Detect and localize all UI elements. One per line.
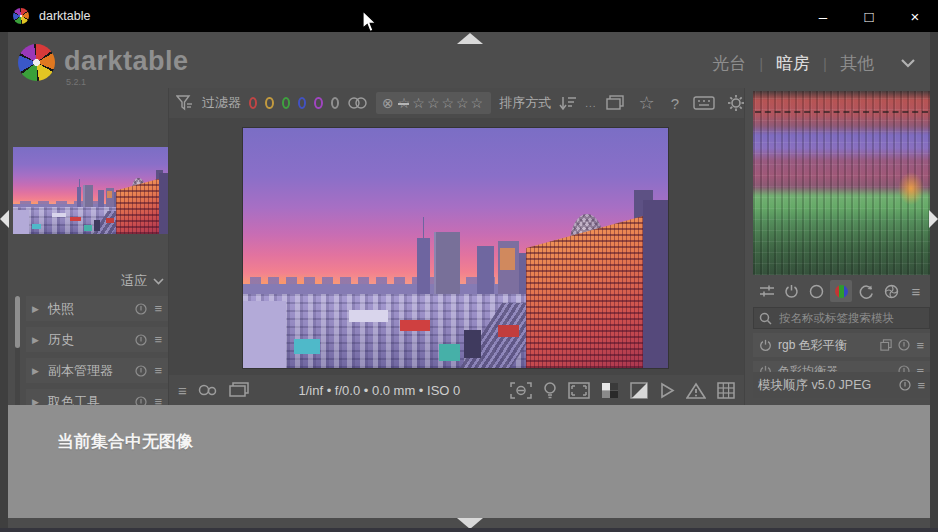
left-panel-collapse-icon[interactable] xyxy=(0,210,9,228)
iso12646-bulb-icon[interactable] xyxy=(543,381,557,399)
filmstrip-panel: 当前集合中无图像 xyxy=(8,405,930,518)
reject-icon[interactable]: ⊗ xyxy=(382,95,394,111)
star-zero-icon[interactable]: ☆ xyxy=(398,95,413,111)
expander-icon[interactable]: ▶ xyxy=(32,335,39,345)
overlays-menu-icon[interactable]: ≡ xyxy=(178,382,187,399)
bottom-panel-strip xyxy=(8,518,930,528)
cityscape-photo xyxy=(243,128,668,368)
tab-darkroom[interactable]: 暗房 xyxy=(776,52,810,75)
zoom-mode-select[interactable]: 适应 xyxy=(8,270,164,292)
reset-info-icon[interactable] xyxy=(899,379,911,391)
reset-info-icon[interactable] xyxy=(898,339,910,351)
expander-icon[interactable]: ▶ xyxy=(32,366,39,376)
raw-overexposure-icon[interactable] xyxy=(601,382,619,399)
tab-separator: | xyxy=(823,55,827,72)
preferences-gear-icon[interactable] xyxy=(727,94,745,112)
tab-other[interactable]: 其他 xyxy=(840,52,874,75)
right-edge-panel-handle[interactable] xyxy=(930,32,938,532)
module-order-bar[interactable]: 模块顺序 v5.0 JPEG ≡ xyxy=(753,372,930,398)
more-options[interactable]: ... xyxy=(585,98,596,109)
presets-menu-icon[interactable]: ≡ xyxy=(917,378,925,393)
module-duplicate-manager[interactable]: ▶ 副本管理器 ≡ xyxy=(26,358,168,383)
waveform-scope[interactable] xyxy=(753,91,930,275)
app-name: darktable xyxy=(64,46,189,77)
zoom-mode-value: 适应 xyxy=(121,272,147,290)
views-chevron-down-icon[interactable] xyxy=(900,58,916,68)
presets-menu-icon[interactable]: ≡ xyxy=(154,332,162,347)
left-edge-panel-handle[interactable] xyxy=(0,32,8,532)
focus-peaking-icon[interactable] xyxy=(510,382,532,399)
navigation-thumbnail[interactable] xyxy=(13,147,168,234)
darkroom-bottom-toolbar: ≡ 1/inf • f/0.0 • 0.0 mm • ISO 0 xyxy=(168,375,745,405)
sort-label: 排序方式 xyxy=(499,94,551,112)
star-icon[interactable]: ☆ xyxy=(441,95,456,111)
star-icon[interactable]: ☆ xyxy=(412,95,427,111)
expander-icon[interactable]: ▶ xyxy=(32,304,39,314)
color-label-blue[interactable] xyxy=(298,97,306,109)
presets-menu-icon[interactable]: ≡ xyxy=(154,363,162,378)
minimize-button[interactable]: – xyxy=(800,0,846,32)
module-order-label: 模块顺序 v5.0 JPEG xyxy=(758,377,893,394)
close-button[interactable]: × xyxy=(892,0,938,32)
presets-menu-icon[interactable]: ≡ xyxy=(154,301,162,316)
app-version: 5.2.1 xyxy=(66,77,86,87)
color-label-gray[interactable] xyxy=(331,97,339,109)
title-bar: darktable – □ × xyxy=(0,0,938,32)
softproof-play-icon[interactable] xyxy=(659,382,675,399)
sort-order-icon[interactable] xyxy=(559,95,577,111)
color-label-green[interactable] xyxy=(282,97,290,109)
color-label-purple[interactable] xyxy=(314,97,322,109)
star-icon[interactable]: ☆ xyxy=(471,95,486,111)
group-grading-circle-icon[interactable] xyxy=(806,280,828,302)
scope-clip-line xyxy=(755,111,928,113)
module-history[interactable]: ▶ 历史 ≡ xyxy=(26,327,168,352)
color-assessment-icon[interactable] xyxy=(198,382,218,398)
group-correct-icon[interactable] xyxy=(855,280,877,302)
group-technical-power-icon[interactable] xyxy=(781,280,803,302)
module-search-input[interactable] xyxy=(777,311,924,325)
group-color-rgb-icon[interactable] xyxy=(830,280,852,302)
clipping-warning-icon[interactable] xyxy=(630,382,648,399)
module-color-balance-rgb[interactable]: rgb 色彩平衡 ≡ xyxy=(753,333,930,357)
color-label-yellow[interactable] xyxy=(265,97,273,109)
edited-photo[interactable] xyxy=(243,128,668,368)
color-label-toggle-icon[interactable] xyxy=(347,96,368,110)
right-panel-collapse-icon[interactable] xyxy=(929,210,938,228)
tab-lighttable[interactable]: 光台 xyxy=(712,52,746,75)
exif-summary: 1/inf • f/0.0 • 0.0 mm • ISO 0 xyxy=(260,383,499,398)
darktable-logo-icon xyxy=(18,44,55,81)
filter-funnel-icon[interactable] xyxy=(176,95,194,111)
presets-menu-icon[interactable]: ≡ xyxy=(916,338,924,353)
shortcuts-keyboard-icon[interactable] xyxy=(693,96,715,110)
module-group-tabs: ≡ xyxy=(753,279,930,303)
culling-stack-icon[interactable] xyxy=(605,95,625,111)
window-title: darktable xyxy=(39,9,90,23)
gamut-warning-icon[interactable] xyxy=(686,382,706,399)
reset-info-icon[interactable] xyxy=(135,334,147,346)
second-window-icon[interactable] xyxy=(229,382,249,398)
group-active-modules-icon[interactable] xyxy=(756,280,778,302)
module-snapshots[interactable]: ▶ 快照 ≡ xyxy=(26,296,168,321)
help-button[interactable]: ? xyxy=(671,95,679,112)
module-power-icon[interactable] xyxy=(759,339,772,352)
reset-info-icon[interactable] xyxy=(135,303,147,315)
empty-collection-message: 当前集合中无图像 xyxy=(57,430,193,453)
star-icon[interactable]: ☆ xyxy=(456,95,471,111)
filter-label: 过滤器 xyxy=(202,94,241,112)
group-presets-menu-icon[interactable]: ≡ xyxy=(905,280,927,302)
favorite-star-icon[interactable]: ☆ xyxy=(639,92,655,114)
top-panel-collapse-icon[interactable] xyxy=(457,33,483,44)
app-icon xyxy=(13,8,29,24)
view-switcher: 光台 | 暗房 | 其他 xyxy=(712,52,874,75)
reset-info-icon[interactable] xyxy=(135,365,147,377)
color-label-red[interactable] xyxy=(249,97,257,109)
fit-zoom-icon[interactable] xyxy=(568,382,590,399)
star-icon[interactable]: ☆ xyxy=(427,95,442,111)
group-effects-icon[interactable] xyxy=(880,280,902,302)
multi-instance-icon[interactable] xyxy=(880,339,892,351)
maximize-button[interactable]: □ xyxy=(846,0,892,32)
guides-grid-icon[interactable] xyxy=(717,382,735,399)
darktable-window: darktable – □ × darktable 5.2.1 光台 | 暗房 … xyxy=(0,0,938,532)
darkroom-canvas[interactable] xyxy=(168,118,745,375)
rating-filter: ⊗ ☆ ☆ ☆ ☆ ☆ ☆ xyxy=(376,92,491,114)
